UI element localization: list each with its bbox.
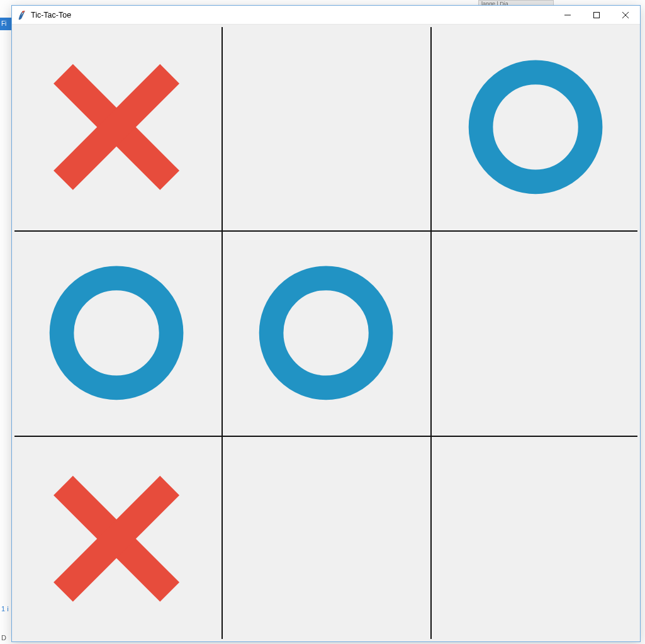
svg-point-5 bbox=[271, 278, 381, 388]
svg-point-4 bbox=[62, 278, 171, 388]
client-area bbox=[12, 25, 640, 641]
background-status-fragment: 1 i bbox=[1, 605, 9, 613]
board-cell-1-2[interactable] bbox=[430, 230, 640, 436]
window-title: Tic-Tac-Toe bbox=[31, 11, 71, 20]
board-cell-2-2[interactable] bbox=[430, 436, 640, 641]
close-button[interactable] bbox=[611, 6, 640, 25]
svg-point-3 bbox=[481, 72, 590, 182]
board-cell-2-1[interactable] bbox=[222, 436, 431, 641]
titlebar[interactable]: Tic-Tac-Toe bbox=[12, 6, 640, 25]
board-cell-2-0[interactable] bbox=[12, 436, 222, 641]
o-mark-icon bbox=[39, 257, 194, 409]
o-mark-icon bbox=[458, 51, 613, 203]
x-mark-icon bbox=[39, 463, 194, 615]
app-window: Tic-Tac-Toe bbox=[11, 5, 641, 642]
svg-rect-0 bbox=[594, 12, 600, 18]
maximize-button[interactable] bbox=[582, 6, 611, 25]
minimize-button[interactable] bbox=[553, 6, 582, 25]
board-cell-0-2[interactable] bbox=[430, 25, 640, 230]
background-side-fragment: Fi bbox=[0, 18, 13, 30]
x-mark-icon bbox=[39, 51, 194, 203]
board-cell-0-1[interactable] bbox=[222, 25, 431, 230]
maximize-icon bbox=[593, 12, 600, 18]
o-mark-icon bbox=[249, 257, 403, 409]
game-board bbox=[12, 25, 640, 641]
tk-feather-icon bbox=[17, 10, 27, 20]
close-icon bbox=[622, 12, 629, 18]
board-cell-1-1[interactable] bbox=[222, 230, 431, 436]
board-cell-1-0[interactable] bbox=[12, 230, 222, 436]
background-bottom-fragment: D bbox=[1, 634, 6, 641]
board-cell-0-0[interactable] bbox=[12, 25, 222, 230]
minimize-icon bbox=[564, 12, 571, 18]
